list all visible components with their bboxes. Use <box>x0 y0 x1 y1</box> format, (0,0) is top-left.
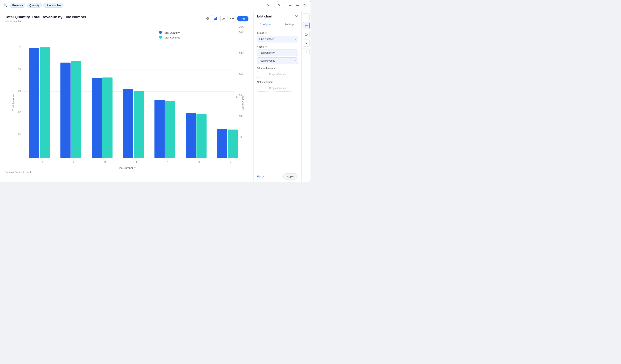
chart-actions: ••• Pin <box>204 15 248 22</box>
not-visualised-title: Not visualised <box>257 81 298 84</box>
chart-description[interactable]: Add description <box>5 20 86 23</box>
sidebar-lightning-icon-btn[interactable] <box>303 39 310 47</box>
tag-quantity[interactable]: Quantity <box>27 3 42 8</box>
sidebar-chart-icon-btn[interactable] <box>303 13 310 20</box>
svg-text:Total Revenue: Total Revenue <box>12 94 15 111</box>
svg-rect-5 <box>215 18 216 20</box>
svg-text:5: 5 <box>167 161 168 164</box>
svg-rect-4 <box>214 18 215 20</box>
y-axis-section: Y-axis ✏ Total Quantity › Total Revenue … <box>257 45 298 64</box>
svg-text:1B: 1B <box>18 132 21 135</box>
apply-button[interactable]: Apply <box>282 173 298 180</box>
chart-title-section: Total Quantity, Total Revenue by Line Nu… <box>5 15 86 23</box>
svg-rect-1 <box>207 17 209 18</box>
y-axis-total-revenue[interactable]: Total Revenue › <box>257 57 298 64</box>
edit-panel-header: Edit chart ✕ <box>254 11 301 19</box>
svg-text:2: 2 <box>73 161 74 164</box>
svg-point-58 <box>306 25 307 26</box>
svg-rect-0 <box>206 17 207 18</box>
svg-rect-40 <box>102 77 113 158</box>
reset-button[interactable]: Reset <box>257 175 264 178</box>
svg-text:2B: 2B <box>18 111 21 114</box>
more-options-button[interactable]: ••• <box>229 15 236 22</box>
sidebar-info-icon-btn[interactable]: i <box>303 31 310 38</box>
svg-text:Total Quantity: Total Quantity <box>163 31 180 34</box>
x-axis-edit-icon[interactable]: ✏ <box>265 32 267 34</box>
svg-text:4: 4 <box>136 161 137 164</box>
edit-content: X-axis ✏ Line Number › Y-axis ✏ Tot <box>254 28 301 171</box>
right-sidebar: i <box>301 11 310 182</box>
chart-panel: Total Quantity, Total Revenue by Line Nu… <box>0 11 254 182</box>
svg-rect-6 <box>216 17 217 20</box>
svg-text:20K: 20K <box>239 73 244 76</box>
slice-drag-zone[interactable]: Drag a Column <box>257 71 298 78</box>
slice-section: Slice with colour Drag a Column <box>257 67 298 78</box>
tag-revenue[interactable]: Revenue <box>10 3 25 8</box>
svg-text:25K: 25K <box>239 52 244 55</box>
svg-rect-49 <box>196 115 207 158</box>
svg-text:i: i <box>306 33 306 35</box>
tag-line-number[interactable]: Line Number <box>43 3 63 8</box>
svg-rect-34 <box>40 48 50 158</box>
table-view-button[interactable] <box>204 15 211 22</box>
topbar-right: ✕ Go ↩ ↪ ↻ <box>266 2 307 9</box>
svg-rect-36 <box>60 63 70 158</box>
chart-title: Total Quantity, Total Revenue by Line Nu… <box>5 15 86 19</box>
clear-search-button[interactable]: ✕ <box>266 2 271 8</box>
export-button[interactable] <box>220 15 227 22</box>
svg-rect-63 <box>306 52 307 52</box>
main-area: Total Quantity, Total Revenue by Line Nu… <box>0 11 310 182</box>
chart-type-button[interactable] <box>212 15 219 22</box>
svg-rect-48 <box>186 113 196 158</box>
refresh-button[interactable]: ↻ <box>302 2 307 9</box>
svg-rect-43 <box>134 91 144 158</box>
svg-text:35K: 35K <box>239 25 244 28</box>
svg-text:4B: 4B <box>18 67 21 70</box>
forward-button[interactable]: ↪ <box>295 2 300 9</box>
y-axis-label-text: Y-axis ✏ <box>257 45 298 48</box>
edit-panel-title: Edit chart <box>257 15 272 18</box>
not-visualised-drag-zone[interactable]: Drag a Column <box>257 85 298 92</box>
not-visualised-section: Not visualised Drag a Column <box>257 81 298 92</box>
sidebar-settings-icon-btn[interactable] <box>303 22 310 29</box>
edit-footer: Reset Apply <box>254 171 301 182</box>
tab-settings[interactable]: Settings <box>278 21 302 28</box>
slice-title: Slice with colour <box>257 67 298 70</box>
back-button[interactable]: ↩ <box>288 2 293 9</box>
svg-rect-46 <box>165 101 175 158</box>
close-edit-panel-button[interactable]: ✕ <box>295 14 298 19</box>
svg-point-29 <box>159 31 162 34</box>
svg-text:3B: 3B <box>18 89 21 92</box>
tab-configure[interactable]: Configure <box>254 21 278 28</box>
svg-text:3: 3 <box>104 161 106 164</box>
y-axis-edit-icon[interactable]: ✏ <box>265 45 267 48</box>
svg-rect-2 <box>206 19 207 20</box>
x-axis-label-text: X-axis ✏ <box>257 32 298 34</box>
svg-rect-52 <box>228 130 238 158</box>
svg-text:7: 7 <box>230 161 231 164</box>
pin-button[interactable]: Pin <box>237 16 248 21</box>
y-axis-total-quantity[interactable]: Total Quantity › <box>257 50 298 56</box>
svg-text:Total Revenue: Total Revenue <box>163 36 180 39</box>
x-axis-value-item[interactable]: Line Number › <box>257 36 298 42</box>
svg-rect-42 <box>123 89 133 158</box>
svg-text:30K: 30K <box>239 31 244 34</box>
svg-text:0: 0 <box>239 156 240 160</box>
svg-rect-55 <box>305 17 305 18</box>
svg-marker-54 <box>236 96 238 98</box>
go-button[interactable]: Go <box>274 3 285 8</box>
svg-text:6: 6 <box>198 161 200 164</box>
svg-rect-3 <box>207 19 209 20</box>
svg-rect-56 <box>306 16 306 18</box>
svg-rect-62 <box>306 52 306 52</box>
x-axis-section: X-axis ✏ Line Number › <box>257 32 298 42</box>
svg-text:10K: 10K <box>239 115 244 118</box>
svg-rect-37 <box>71 61 81 158</box>
sidebar-robot-icon-btn[interactable] <box>303 48 310 55</box>
x-axis-label: Line Number ▼ <box>5 166 248 169</box>
svg-rect-39 <box>92 78 102 158</box>
edit-tabs: Configure Settings <box>254 21 301 28</box>
search-icon: 🔍 <box>3 3 7 7</box>
chart-header: Total Quantity, Total Revenue by Line Nu… <box>5 15 248 23</box>
chart-wrapper: 0 1B 2B 3B 4B 5B 0 5K 10K <box>5 25 248 181</box>
